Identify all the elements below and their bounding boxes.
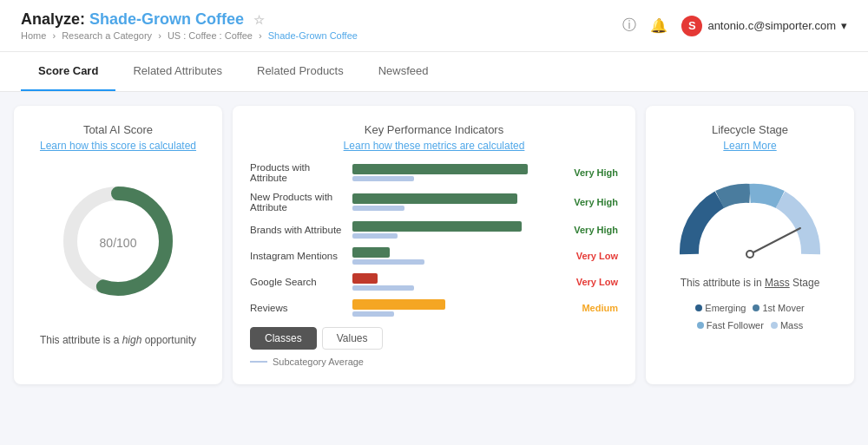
emerging-dot — [695, 304, 702, 311]
kpi-status: Very High — [566, 167, 618, 178]
legend-fast-follower: Fast Follower — [697, 320, 764, 330]
lifecycle-learn-link[interactable]: Learn More — [723, 140, 776, 152]
kpi-status: Very Low — [566, 277, 618, 287]
lifecycle-stage-label: Mass — [765, 277, 790, 289]
breadcrumb: Home › Research a Category › US : Coffee… — [21, 30, 358, 41]
score-card-title: Total AI Score — [83, 123, 153, 136]
header: Analyze: Shade-Grown Coffee ☆ Home › Res… — [0, 0, 868, 52]
user-email: antonio.c@simporter.com — [707, 19, 836, 32]
lifecycle-panel: Lifecycle Stage Learn More — [646, 106, 854, 384]
kpi-status: Very High — [566, 197, 618, 207]
kpi-row: Instagram Mentions Very Low — [250, 247, 618, 265]
mass-dot — [771, 322, 778, 329]
kpi-title: Key Performance Indicators — [250, 123, 618, 136]
gauge-chart — [672, 176, 828, 263]
bar-sub — [352, 285, 414, 291]
values-button[interactable]: Values — [322, 327, 383, 350]
kpi-status: Very High — [566, 225, 618, 235]
tab-score-card[interactable]: Score Card — [21, 52, 115, 91]
donut-chart: 80/100 — [53, 176, 183, 306]
bell-icon[interactable]: 🔔 — [650, 17, 667, 34]
page-title: Analyze: Shade-Grown Coffee ☆ — [21, 10, 358, 29]
kpi-row: Brands with Attribute Very High — [250, 221, 618, 239]
user-menu[interactable]: S antonio.c@simporter.com ▾ — [681, 16, 847, 36]
bar-main — [352, 273, 378, 284]
star-icon[interactable]: ☆ — [253, 13, 265, 27]
tab-related-attributes[interactable]: Related Attributes — [115, 52, 240, 91]
avatar: S — [681, 16, 702, 36]
kpi-row: Products with Attribute Very High — [250, 162, 618, 183]
classes-button[interactable]: Classes — [250, 327, 317, 350]
bar-sub — [352, 311, 394, 317]
score-learn-link[interactable]: Learn how this score is calculated — [40, 140, 196, 152]
bar-main — [352, 299, 445, 310]
breadcrumb-current: Shade-Grown Coffee — [268, 30, 358, 41]
kpi-status: Medium — [566, 303, 618, 313]
kpi-status: Very Low — [566, 251, 618, 261]
opportunity-text: This attribute is a high opportunity — [40, 334, 196, 346]
kpi-legend: Subcategory Average — [250, 357, 618, 367]
svg-point-4 — [747, 252, 753, 257]
legend-emerging: Emerging — [695, 303, 746, 313]
legend-mass: Mass — [771, 320, 803, 330]
legend-line-icon — [250, 361, 267, 363]
kpi-row: New Products with Attribute Very High — [250, 192, 618, 213]
legend-first-mover: 1st Mover — [753, 303, 804, 313]
breadcrumb-research[interactable]: Research a Category — [62, 30, 152, 41]
header-right: ⓘ 🔔 S antonio.c@simporter.com ▾ — [622, 16, 847, 36]
info-icon[interactable]: ⓘ — [622, 16, 636, 35]
bar-main — [352, 193, 517, 204]
kpi-row: Reviews Medium — [250, 299, 618, 317]
lifecycle-stage-text: This attribute is in Mass Stage — [681, 277, 820, 289]
bar-main — [352, 164, 528, 174]
chevron-down-icon: ▾ — [841, 19, 847, 32]
bar-main — [352, 221, 522, 232]
tab-related-products[interactable]: Related Products — [240, 52, 361, 91]
breadcrumb-home[interactable]: Home — [21, 30, 46, 41]
first-mover-dot — [753, 304, 760, 311]
kpi-learn-link[interactable]: Learn how these metrics are calculated — [250, 140, 618, 152]
svg-line-2 — [750, 228, 800, 254]
bar-sub — [352, 176, 414, 181]
score-card-panel: Total AI Score Learn how this score is c… — [14, 106, 222, 384]
kpi-button-group: Classes Values — [250, 327, 618, 350]
tab-newsfeed[interactable]: Newsfeed — [361, 52, 446, 91]
tab-bar: Score Card Related Attributes Related Pr… — [0, 52, 868, 92]
bar-sub — [352, 233, 398, 239]
breadcrumb-category[interactable]: US : Coffee : Coffee — [168, 30, 253, 41]
bar-sub — [352, 206, 404, 211]
legend-label: Subcategory Average — [273, 357, 364, 367]
fast-follower-dot — [697, 322, 704, 329]
bar-sub — [352, 259, 424, 265]
header-left: Analyze: Shade-Grown Coffee ☆ Home › Res… — [21, 10, 358, 41]
score-value: 80/100 — [100, 230, 137, 252]
main-content: Total AI Score Learn how this score is c… — [0, 92, 868, 398]
lifecycle-legend: Emerging 1st Mover Fast Follower Mass — [663, 303, 837, 330]
kpi-panel: Key Performance Indicators Learn how the… — [233, 106, 635, 384]
lifecycle-title: Lifecycle Stage — [712, 123, 788, 136]
kpi-row: Google Search Very Low — [250, 273, 618, 291]
bar-main — [352, 247, 390, 258]
